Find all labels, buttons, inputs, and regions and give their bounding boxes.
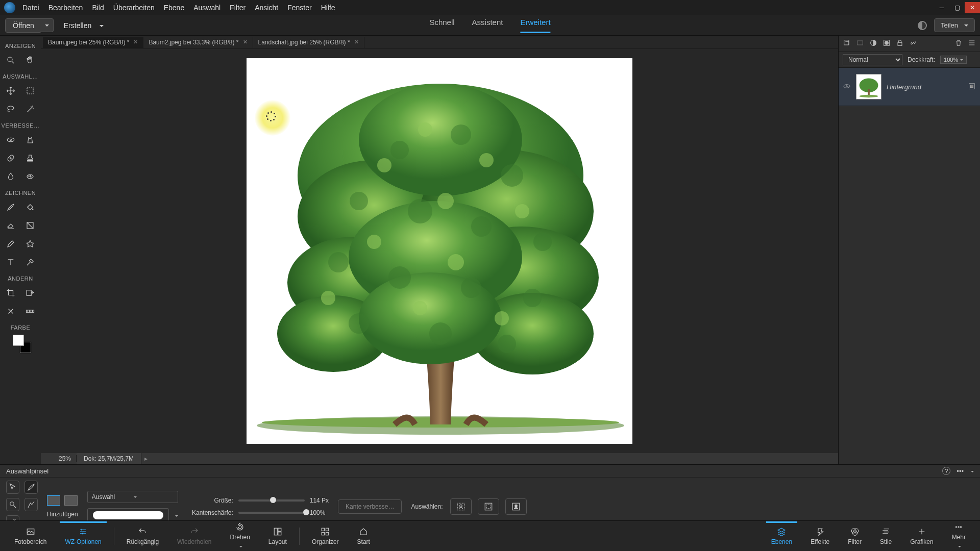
new-group-icon[interactable] — [856, 39, 864, 48]
layer-name[interactable]: Hintergrund — [887, 83, 963, 91]
gradient-tool-icon[interactable] — [24, 219, 36, 232]
brush-tool-icon[interactable] — [5, 201, 17, 213]
lock-layer-icon[interactable] — [896, 39, 904, 48]
mask-icon[interactable] — [883, 39, 891, 48]
recompose-tool-icon[interactable] — [24, 287, 36, 299]
status-zoom[interactable]: 25% — [41, 455, 77, 462]
zoom-tool-icon[interactable] — [5, 54, 17, 66]
menu-view[interactable]: Ansicht — [255, 4, 278, 12]
select-brush-icon[interactable] — [24, 481, 38, 494]
menu-help[interactable]: Hilfe — [321, 4, 335, 12]
marquee-tool-icon[interactable] — [24, 85, 36, 97]
size-slider[interactable] — [238, 499, 305, 502]
more-tab-button[interactable]: Mehr — [943, 522, 975, 550]
close-tab-icon[interactable]: ✕ — [243, 39, 248, 45]
layout-button[interactable]: Layout — [259, 527, 296, 545]
menu-edit[interactable]: Bearbeiten — [48, 4, 83, 12]
home-button[interactable]: Start — [348, 527, 379, 545]
redeye-tool-icon[interactable] — [5, 134, 17, 146]
menu-filter[interactable]: Filter — [230, 4, 246, 12]
doc-tab-1[interactable]: Baum.jpeg bei 25% (RGB/8) *✕ — [43, 37, 143, 48]
options-menu-icon[interactable]: ••• — [957, 467, 964, 475]
refine-edge-button[interactable]: Kante verbesse… — [338, 499, 402, 514]
shape-tool-icon[interactable] — [24, 238, 36, 250]
edge-value[interactable]: 100% — [310, 509, 326, 516]
crop-tool-icon[interactable] — [5, 287, 17, 299]
text-tool-icon[interactable] — [5, 256, 17, 268]
sponge-tool-icon[interactable] — [24, 170, 36, 183]
heal-tool-icon[interactable] — [5, 152, 17, 164]
hand-tool-icon[interactable] — [24, 54, 36, 66]
filter-tab-button[interactable]: Filter — [839, 527, 871, 545]
minimize-button[interactable]: ─ — [934, 2, 949, 13]
styles-tab-button[interactable]: Stile — [871, 527, 901, 545]
bucket-tool-icon[interactable] — [24, 201, 36, 213]
stamp-tool-icon[interactable] — [24, 152, 36, 164]
undo-button[interactable]: Rückgängig — [117, 527, 168, 545]
panel-menu-icon[interactable] — [968, 39, 976, 48]
theme-toggle-icon[interactable] — [918, 21, 927, 30]
wand-tool-icon[interactable] — [24, 103, 36, 115]
collapse-options-icon[interactable] — [969, 467, 974, 475]
help-icon[interactable]: ? — [942, 467, 950, 475]
select-background-icon[interactable] — [478, 498, 499, 515]
menu-select[interactable]: Auswahl — [193, 4, 220, 12]
mode-expert[interactable]: Erweitert — [520, 18, 550, 33]
select-wand-icon[interactable] — [6, 498, 19, 511]
color-swatch[interactable] — [13, 335, 28, 350]
foreground-color[interactable] — [13, 335, 24, 346]
new-layer-icon[interactable] — [843, 39, 851, 48]
effects-tab-button[interactable]: Effekte — [801, 527, 839, 545]
eraser-tool-icon[interactable] — [5, 219, 17, 232]
lasso-tool-icon[interactable] — [5, 103, 17, 115]
layer-lock-icon[interactable] — [968, 82, 976, 92]
mode-add-thumb[interactable] — [47, 495, 60, 506]
menu-image[interactable]: Bild — [92, 4, 104, 12]
adjust-layer-icon[interactable] — [869, 39, 877, 48]
photobin-button[interactable]: Fotobereich — [5, 527, 56, 545]
close-tab-icon[interactable]: ✕ — [133, 39, 138, 45]
canvas[interactable] — [247, 58, 632, 444]
doc-tab-3[interactable]: Landschaft.jpg bei 25% (RGB/8) *✕ — [253, 37, 364, 48]
open-dropdown[interactable] — [40, 18, 54, 32]
doc-tab-2[interactable]: Baum2.jpeg bei 33,3% (RGB/8) *✕ — [143, 37, 253, 48]
close-button[interactable]: ✕ — [965, 2, 980, 13]
blend-mode-select[interactable]: Normal — [843, 54, 902, 65]
select-refine-icon[interactable] — [24, 498, 38, 511]
open-button[interactable]: Öffnen — [5, 18, 42, 33]
mode-quick[interactable]: Schnell — [429, 18, 454, 33]
tooloptions-button[interactable]: WZ-Optionen — [56, 527, 110, 545]
menu-enhance[interactable]: Überarbeiten — [113, 4, 155, 12]
layers-tab-button[interactable]: Ebenen — [762, 527, 801, 545]
close-tab-icon[interactable]: ✕ — [354, 39, 359, 45]
visibility-icon[interactable] — [843, 82, 851, 92]
eyedrop-tool-icon[interactable] — [24, 256, 36, 268]
share-button[interactable]: Teilen — [934, 18, 975, 32]
menu-window[interactable]: Fenster — [287, 4, 311, 12]
mode-guided[interactable]: Assistent — [472, 18, 503, 33]
straighten-tool-icon[interactable] — [24, 305, 36, 317]
mode-subtract-thumb[interactable] — [64, 495, 78, 506]
menu-file[interactable]: Datei — [22, 4, 39, 12]
selection-mode-dropdown[interactable]: Auswahl — [87, 491, 178, 503]
maximize-button[interactable]: ▢ — [949, 2, 965, 13]
select-sky-icon[interactable] — [505, 498, 527, 515]
redo-button[interactable]: Wiederholen — [168, 527, 220, 545]
select-subject-icon[interactable] — [450, 498, 472, 515]
create-button[interactable]: Erstellen — [64, 21, 104, 30]
pencil-tool-icon[interactable] — [5, 238, 17, 250]
organizer-button[interactable]: Organizer — [303, 527, 348, 545]
status-menu-icon[interactable]: ▸ — [141, 455, 151, 462]
edge-slider[interactable] — [238, 512, 305, 514]
rotate-button[interactable]: Drehen — [220, 522, 259, 550]
graphics-tab-button[interactable]: Grafiken — [901, 527, 942, 545]
layer-row[interactable]: Hintergrund — [839, 68, 980, 106]
opacity-value[interactable]: 100% — [940, 56, 967, 64]
size-value[interactable]: 114 Px — [310, 497, 329, 504]
select-arrow-icon[interactable] — [6, 481, 19, 494]
move-content-tool-icon[interactable] — [5, 305, 17, 317]
blur-tool-icon[interactable] — [5, 170, 17, 183]
move-tool-icon[interactable] — [5, 85, 17, 97]
menu-layer[interactable]: Ebene — [164, 4, 184, 12]
delete-layer-icon[interactable] — [954, 39, 963, 48]
